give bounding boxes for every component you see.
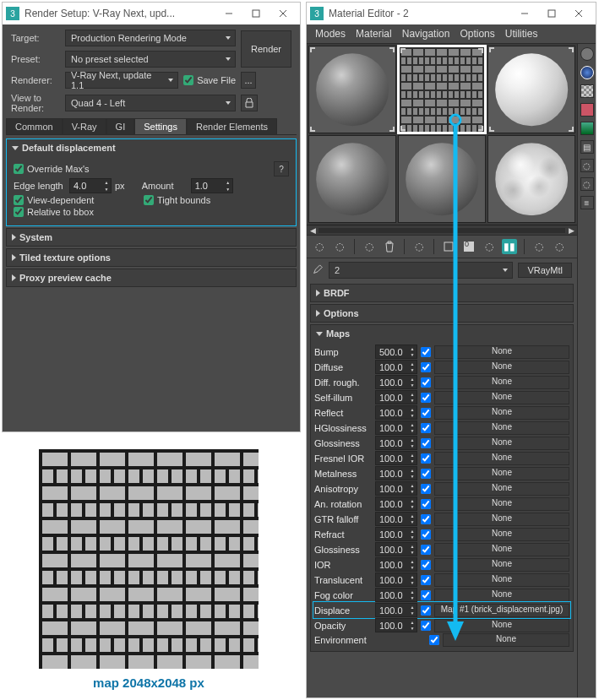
map-amount-spinner[interactable]: ▲▼ [375,405,417,420]
material-slot-6[interactable] [487,135,575,223]
preview-icon[interactable]: ▤ [580,140,594,154]
map-amount-spinner[interactable]: ▲▼ [375,451,417,465]
map-amount-spinner[interactable]: ▲▼ [375,557,417,572]
map-amount-spinner[interactable]: ▲▼ [375,390,417,404]
map-enable-checkbox[interactable] [421,575,431,585]
material-type-button[interactable]: VRayMtl [518,263,572,278]
rollup-header-maps[interactable]: Maps [311,325,573,342]
map-amount-spinner[interactable]: ▲▼ [375,527,417,541]
map-enable-checkbox[interactable] [421,377,431,388]
map-slot-button[interactable]: None [434,528,569,541]
tight-bounds-checkbox[interactable]: Tight bounds [144,195,210,205]
map-enable-checkbox[interactable] [421,590,431,600]
map-enable-checkbox[interactable] [421,499,431,509]
background-icon[interactable] [580,84,594,98]
eyedropper-icon[interactable] [312,264,324,276]
menu-modes[interactable]: Modes [315,28,346,40]
render-setup-titlebar[interactable]: 3 Render Setup: V-Ray Next, upd... [3,3,300,24]
map-slot-button[interactable]: None [434,543,569,556]
map-enable-checkbox[interactable] [421,621,431,631]
map-enable-checkbox[interactable] [421,393,431,403]
tab-gi[interactable]: GI [106,118,135,134]
map-enable-checkbox[interactable] [421,347,431,357]
material-map-nav-icon[interactable]: ≡ [580,196,594,209]
target-dropdown[interactable]: Production Rendering Mode [65,30,236,46]
map-enable-checkbox[interactable] [421,438,431,448]
map-slot-button[interactable]: None [434,376,569,389]
map-slot-button[interactable]: None [434,482,569,496]
map-amount-spinner[interactable]: ▲▼ [375,603,417,617]
map-amount-spinner[interactable]: ▲▼ [375,421,417,435]
close-button[interactable] [270,4,297,23]
minimize-button[interactable] [511,4,538,23]
rollup-header-system[interactable]: System [7,229,296,246]
map-enable-checkbox[interactable] [421,469,431,479]
tab-common[interactable]: Common [6,118,63,134]
material-slot-3[interactable] [487,46,575,133]
map-slot-button[interactable]: None [434,421,569,435]
map-amount-spinner[interactable]: ▲▼ [375,618,417,632]
options-icon[interactable]: ◌ [580,159,594,172]
map-enable-checkbox[interactable] [421,560,431,570]
rollup-header-tiled-texture[interactable]: Tiled texture options [7,249,296,266]
map-amount-spinner[interactable]: ▲▼ [375,345,417,359]
map-slot-button[interactable]: None [434,361,569,374]
tab-settings[interactable]: Settings [134,118,187,134]
save-file-browse-button[interactable]: ... [241,72,256,89]
make-unique-icon[interactable]: ◌ [411,239,427,254]
get-material-icon[interactable]: ◌ [312,239,327,254]
tab-vray[interactable]: V-Ray [63,118,106,134]
sample-uv-icon[interactable] [580,103,594,117]
help-button[interactable]: ? [274,161,289,176]
tab-render-elements[interactable]: Render Elements [187,118,277,134]
menu-options[interactable]: Options [460,28,494,40]
map-amount-spinner[interactable]: ▲▼ [375,466,417,480]
map-slot-button[interactable]: None [434,619,569,632]
minimize-button[interactable] [215,4,242,23]
video-color-icon[interactable] [580,122,594,135]
override-max-checkbox[interactable]: Override Max's [14,164,270,174]
close-button[interactable] [565,4,592,23]
edge-length-spinner[interactable]: ▲▼ [69,178,112,193]
map-slot-button[interactable]: None [434,391,569,404]
select-by-material-icon[interactable]: ◌ [580,177,594,191]
menu-utilities[interactable]: Utilities [505,28,538,40]
go-parent-icon[interactable]: ◌ [531,239,547,254]
put-to-library-icon[interactable] [441,239,456,254]
map-enable-checkbox[interactable] [421,453,431,464]
slot-scrollbar[interactable]: ◀ ▶ [307,225,577,235]
render-button[interactable]: Render [241,30,291,68]
map-enable-checkbox[interactable] [421,605,431,616]
map-slot-button[interactable]: None [434,345,569,359]
relative-bbox-checkbox[interactable]: Relative to bbox [14,207,94,217]
map-amount-spinner[interactable]: ▲▼ [375,588,417,602]
map-slot-button[interactable]: Map #1 (brick_displacement.jpg) [434,604,569,617]
map-slot-button[interactable]: None [434,573,569,587]
show-map-icon[interactable]: ◌ [482,239,497,254]
menu-navigation[interactable]: Navigation [402,28,450,40]
map-slot-button[interactable]: None [434,558,569,572]
map-enable-checkbox[interactable] [421,514,431,524]
assign-selection-icon[interactable]: ◌ [362,239,377,254]
show-end-result-icon[interactable]: ▮▮ [502,239,517,254]
view-dropdown[interactable]: Quad 4 - Left [65,95,236,111]
save-file-checkbox[interactable]: Save File [183,75,236,85]
map-amount-spinner[interactable]: ▲▼ [375,572,417,587]
sample-type-icon[interactable] [580,47,594,61]
map-slot-button[interactable]: None [434,437,569,450]
map-amount-spinner[interactable]: ▲▼ [375,360,417,374]
put-to-scene-icon[interactable]: ◌ [332,239,347,254]
backlight-icon[interactable] [580,66,594,79]
material-slot-4[interactable] [308,135,396,223]
map-enable-checkbox[interactable] [421,545,431,555]
map-amount-spinner[interactable]: ▲▼ [375,481,417,496]
amount-spinner[interactable]: ▲▼ [191,178,233,193]
rollup-header-brdf[interactable]: BRDF [311,285,573,301]
map-amount-spinner[interactable]: ▲▼ [375,375,417,389]
delete-icon[interactable] [382,239,397,254]
renderer-dropdown[interactable]: V-Ray Next, update 1.1 [65,72,178,89]
material-name-dropdown[interactable]: 2 [329,262,513,279]
material-slot-5[interactable] [398,135,486,223]
map-amount-spinner[interactable]: ▲▼ [375,542,417,556]
view-dependent-checkbox[interactable]: View-dependent [14,195,140,205]
